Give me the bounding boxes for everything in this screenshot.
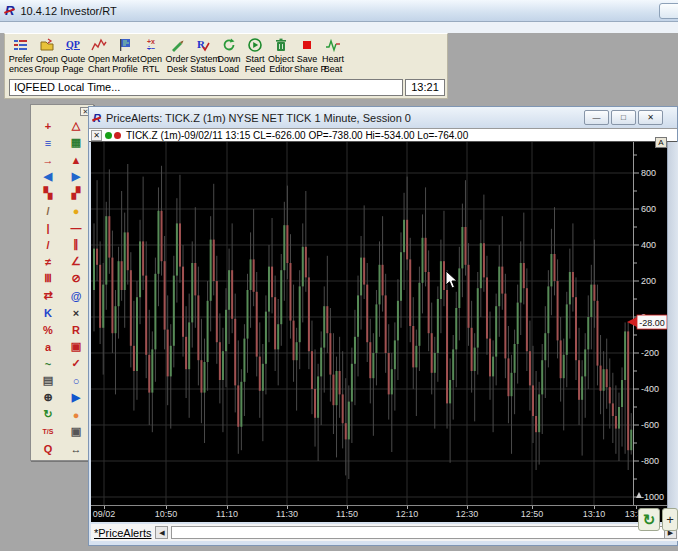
preferences-button[interactable]: Preferences (8, 36, 34, 74)
save-share-icon (294, 36, 320, 54)
quote-page-icon: QP (60, 36, 86, 54)
bars-tool-icon[interactable]: Ⅲ (34, 270, 62, 287)
time-sales-icon[interactable]: T/S (34, 423, 62, 440)
clipboard-icon[interactable]: ▤ (34, 372, 62, 389)
snapshot-icon[interactable]: ▣ (62, 423, 90, 440)
quote-page-button[interactable]: QPQuotePage (60, 36, 86, 74)
minimize-button[interactable] (659, 3, 678, 19)
swap-arrows-icon[interactable]: ⇄ (34, 287, 62, 304)
candlestick-chart[interactable]: 8006004002000-200-400-600-800-1000-28.00 (91, 142, 667, 505)
toolbar-button-label: Group (34, 64, 60, 74)
time-axis-label: 11:50 (332, 509, 362, 519)
toolbar-button-label: Share P (294, 64, 320, 74)
add-xyz-icon[interactable]: + (34, 117, 62, 134)
delete-draw-icon[interactable]: × (62, 304, 90, 321)
list-settings-icon[interactable]: ≡ (34, 134, 62, 151)
open-group-button[interactable]: OpenGroup (34, 36, 60, 74)
open-chart-icon (86, 36, 112, 54)
spiral-icon[interactable]: @ (62, 287, 90, 304)
open-chart-button[interactable]: OpenChart (86, 36, 112, 74)
open-group-icon (34, 36, 60, 54)
chart-tool-icon[interactable]: ▚ (34, 185, 62, 202)
preferences-icon (8, 36, 34, 54)
zoom-in-icon[interactable]: ⊕ (34, 389, 62, 406)
toolbar-button-label: System (190, 54, 216, 64)
chart-box-icon[interactable]: ▞ (62, 185, 90, 202)
toolbar-button-label: RTL (138, 64, 164, 74)
time-axis-label: 13:10 (579, 509, 609, 519)
forward-icon[interactable]: ▶ (62, 168, 90, 185)
chart-minimize-button[interactable]: — (584, 110, 609, 125)
trendline-icon[interactable]: / (34, 236, 62, 253)
tool-palette: ✕ +△≡▦→▲◀▶▚▞/●|—/∥≠∠Ⅲ⊘⇄@K×%Ra▣~✓▤○⊕▶↻●T/… (30, 104, 94, 461)
add-indicator-button[interactable]: + (662, 508, 678, 531)
parallel-lines-icon[interactable]: ∥ (62, 236, 90, 253)
vertical-scrollbar[interactable] (667, 142, 678, 522)
tab-scroll-left-icon[interactable]: ◀ (155, 526, 168, 539)
open-rtl-button[interactable]: +x÷−OpenRTL (138, 36, 164, 74)
percent-icon[interactable]: % (34, 321, 62, 338)
menu-strip (0, 22, 678, 33)
pane-close-icon[interactable]: ✕ (91, 130, 102, 141)
time-axis-label: 12:50 (517, 509, 547, 519)
system-status-button[interactable]: RSystemStatus (190, 36, 216, 74)
feed-status-field: IQFEED Local Time... (9, 79, 403, 96)
toolbar-button-label: Desk (164, 64, 190, 74)
angle-icon[interactable]: ∠ (62, 253, 90, 270)
toolbar-button-label: Beat (320, 64, 346, 74)
svg-text:-28.00: -28.00 (639, 318, 665, 328)
pennant-icon[interactable]: △ (62, 117, 90, 134)
time-axis-label: 10:50 (151, 509, 181, 519)
app-titlebar: R 10.4.12 Investor/RT (0, 0, 678, 22)
vertical-line-icon[interactable]: | (34, 219, 62, 236)
refresh-tool-icon[interactable]: ↻ (34, 406, 62, 423)
tab-pricealerts[interactable]: *PriceAlerts (94, 527, 151, 539)
object-editor-button[interactable]: ObjectEditor (268, 36, 294, 74)
auto-scale-button[interactable]: A (655, 137, 667, 148)
time-axis-label: 12:30 (452, 509, 482, 519)
xyz-triangle-icon[interactable]: ▲ (62, 151, 90, 168)
heartbeat-button[interactable]: HeartBeat (320, 36, 346, 74)
k-tool-icon[interactable]: K (34, 304, 62, 321)
shapes-icon[interactable]: ○ (62, 372, 90, 389)
alert-bell-icon[interactable]: ● (62, 202, 90, 219)
time-axis-label: 11:10 (212, 509, 242, 519)
order-desk-icon (164, 36, 190, 54)
play-icon[interactable]: ▶ (62, 389, 90, 406)
pan-hand-icon[interactable]: ● (62, 406, 90, 423)
reload-data-button[interactable]: ↻ (638, 508, 660, 531)
draw-hand-icon[interactable]: / (34, 202, 62, 219)
quote-tool-icon[interactable]: Q (34, 440, 62, 457)
toolbar-button-label: Down (216, 54, 242, 64)
back-icon[interactable]: ◀ (34, 168, 62, 185)
save-share-button[interactable]: SaveShare P (294, 36, 320, 74)
horizontal-line-icon[interactable]: — (62, 219, 90, 236)
market-profile-button[interactable]: MarketProfile (112, 36, 138, 74)
system-status-icon: R (190, 36, 216, 54)
horizontal-scrollbar[interactable] (171, 526, 671, 539)
chart-window-titlebar[interactable]: R PriceAlerts: TICK.Z (1m) NYSE NET TICK… (89, 107, 677, 128)
erase-icon[interactable]: ⊘ (62, 270, 90, 287)
toolbar-button-label: Market (112, 54, 138, 64)
r-cross-icon[interactable]: R (62, 321, 90, 338)
toolbar-button-label: ences (8, 64, 34, 74)
check-icon[interactable]: ✓ (62, 355, 90, 372)
chart-close-button[interactable]: ✕ (638, 110, 663, 125)
toolbar-button-label: Feed (242, 64, 268, 74)
crossed-lines-icon[interactable]: ≠ (34, 253, 62, 270)
start-feed-button[interactable]: StartFeed (242, 36, 268, 74)
export-icon[interactable]: → (34, 151, 62, 168)
trash-icon[interactable]: ▦ (62, 134, 90, 151)
toolbar-button-label: Heart (320, 54, 346, 64)
wave-chart-icon[interactable]: ~ (34, 355, 62, 372)
text-tool-icon[interactable]: a (34, 338, 62, 355)
chart-restore-button[interactable]: □ (611, 110, 636, 125)
scale-arrows-icon[interactable]: ↔ (62, 440, 90, 457)
svg-text:+x: +x (147, 38, 155, 45)
download-button[interactable]: DownLoad (216, 36, 242, 74)
chart-window: R PriceAlerts: TICK.Z (1m) NYSE NET TICK… (88, 106, 678, 546)
chart-plot-area[interactable]: 8006004002000-200-400-600-800-1000-28.00 (91, 142, 667, 505)
palette-titlebar[interactable]: ✕ (31, 105, 93, 117)
box-tool-icon[interactable]: ▣ (62, 338, 90, 355)
order-desk-button[interactable]: OrderDesk (164, 36, 190, 74)
